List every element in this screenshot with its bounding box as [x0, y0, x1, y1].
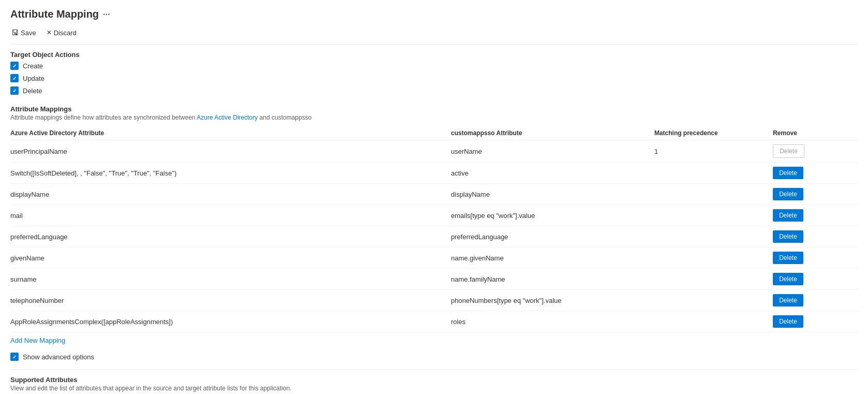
cell-target-3: emails[type eq "work"].value [451, 205, 654, 226]
cell-target-2: displayName [451, 184, 654, 205]
cell-aad-8: AppRoleAssignmentsComplex([appRoleAssign… [10, 311, 451, 332]
delete-button-2[interactable]: Delete [773, 188, 803, 200]
checkbox-update-row: Update [10, 74, 858, 82]
checkbox-create-row: Create [10, 62, 858, 70]
cell-aad-7: telephoneNumber [10, 290, 451, 311]
delete-button-0[interactable]: Delete [773, 144, 804, 158]
page-title-row: Attribute Mapping ··· [10, 8, 858, 20]
checkbox-update[interactable] [10, 74, 19, 82]
mapping-table: Azure Active Directory Attribute customa… [10, 126, 858, 332]
cell-precedence-0: 1 [654, 140, 773, 163]
cell-aad-5: givenName [10, 247, 451, 269]
cell-remove-5: Delete [773, 247, 858, 269]
aad-link[interactable]: Azure Active Directory [197, 114, 258, 121]
supported-attrs-desc: View and edit the list of attributes tha… [10, 385, 858, 392]
cell-aad-6: surname [10, 269, 451, 290]
target-object-actions-label: Target Object Actions [10, 51, 858, 59]
save-button[interactable]: 🖫 Save [10, 26, 37, 39]
checkbox-delete[interactable] [10, 86, 19, 95]
show-advanced-row: Show advanced options [10, 353, 858, 361]
col-header-target: customappsso Attribute [451, 126, 654, 140]
table-row: telephoneNumberphoneNumbers[type eq "wor… [10, 290, 858, 311]
supported-attributes-section: Supported Attributes View and edit the l… [10, 376, 858, 392]
cell-remove-4: Delete [773, 226, 858, 247]
mapping-table-header: Azure Active Directory Attribute customa… [10, 126, 858, 140]
table-row: mailemails[type eq "work"].valueDelete [10, 205, 858, 226]
cell-aad-0: userPrincipalName [10, 140, 451, 163]
cell-precedence-1 [654, 163, 773, 184]
show-advanced-label: Show advanced options [23, 353, 94, 361]
supported-attrs-divider [10, 369, 858, 370]
cell-target-6: name.familyName [451, 269, 654, 290]
desc-prefix: Attribute mappings define how attributes… [10, 114, 197, 121]
cell-remove-0: Delete [773, 140, 858, 163]
delete-button-4[interactable]: Delete [773, 230, 803, 243]
col-header-aad: Azure Active Directory Attribute [10, 126, 451, 140]
checkbox-update-label: Update [23, 75, 44, 82]
table-row: Switch([IsSoftDeleted], , "False", "True… [10, 163, 858, 184]
cell-precedence-8 [654, 311, 773, 332]
cell-precedence-7 [654, 290, 773, 311]
table-row: userPrincipalNameuserName1Delete [10, 140, 858, 163]
desc-suffix: and customappsso [258, 114, 311, 121]
cell-precedence-5 [654, 247, 773, 269]
cell-precedence-6 [654, 269, 773, 290]
table-row: surnamename.familyNameDelete [10, 269, 858, 290]
add-new-mapping-link[interactable]: Add New Mapping [10, 337, 65, 344]
cell-target-8: roles [451, 311, 654, 332]
attribute-mappings-desc: Attribute mappings define how attributes… [10, 114, 858, 121]
cell-precedence-3 [654, 205, 773, 226]
delete-button-5[interactable]: Delete [773, 252, 803, 264]
checkbox-delete-label: Delete [23, 87, 42, 95]
table-row: preferredLanguagepreferredLanguageDelete [10, 226, 858, 247]
more-options-icon[interactable]: ··· [103, 10, 110, 19]
table-row: AppRoleAssignmentsComplex([appRoleAssign… [10, 311, 858, 332]
table-row: displayNamedisplayNameDelete [10, 184, 858, 205]
cell-target-4: preferredLanguage [451, 226, 654, 247]
attribute-mappings-section: Attribute Mappings Attribute mappings de… [10, 105, 858, 361]
table-row: givenNamename.givenNameDelete [10, 247, 858, 269]
cell-target-7: phoneNumbers[type eq "work"].value [451, 290, 654, 311]
discard-button[interactable]: ✕ Discard [46, 27, 78, 39]
delete-button-6[interactable]: Delete [773, 273, 803, 285]
page-title: Attribute Mapping [10, 8, 99, 20]
cell-precedence-2 [654, 184, 773, 205]
cell-target-1: active [451, 163, 654, 184]
cell-remove-3: Delete [773, 205, 858, 226]
supported-attrs-title: Supported Attributes [10, 376, 858, 384]
mapping-table-body: userPrincipalNameuserName1DeleteSwitch([… [10, 140, 858, 332]
col-header-remove: Remove [773, 126, 858, 140]
cell-remove-6: Delete [773, 269, 858, 290]
toolbar: 🖫 Save ✕ Discard [10, 26, 858, 39]
save-icon: 🖫 [11, 28, 19, 37]
checkbox-create-label: Create [23, 62, 43, 70]
attribute-mappings-title: Attribute Mappings [10, 105, 858, 113]
delete-button-3[interactable]: Delete [773, 209, 803, 222]
cell-aad-1: Switch([IsSoftDeleted], , "False", "True… [10, 163, 451, 184]
cell-aad-3: mail [10, 205, 451, 226]
checkbox-delete-row: Delete [10, 86, 858, 95]
delete-button-8[interactable]: Delete [773, 315, 803, 328]
cell-remove-7: Delete [773, 290, 858, 311]
cell-precedence-4 [654, 226, 773, 247]
discard-icon: ✕ [47, 29, 52, 36]
delete-button-7[interactable]: Delete [773, 294, 803, 307]
cell-aad-4: preferredLanguage [10, 226, 451, 247]
cell-remove-1: Delete [773, 163, 858, 184]
cell-target-0: userName [451, 140, 654, 163]
cell-aad-2: displayName [10, 184, 451, 205]
cell-remove-8: Delete [773, 311, 858, 332]
checkbox-create[interactable] [10, 62, 19, 70]
checkbox-show-advanced[interactable] [10, 353, 19, 361]
cell-remove-2: Delete [773, 184, 858, 205]
cell-target-5: name.givenName [451, 247, 654, 269]
delete-button-1[interactable]: Delete [773, 167, 803, 179]
toolbar-divider [10, 44, 858, 45]
col-header-precedence: Matching precedence [654, 126, 773, 140]
